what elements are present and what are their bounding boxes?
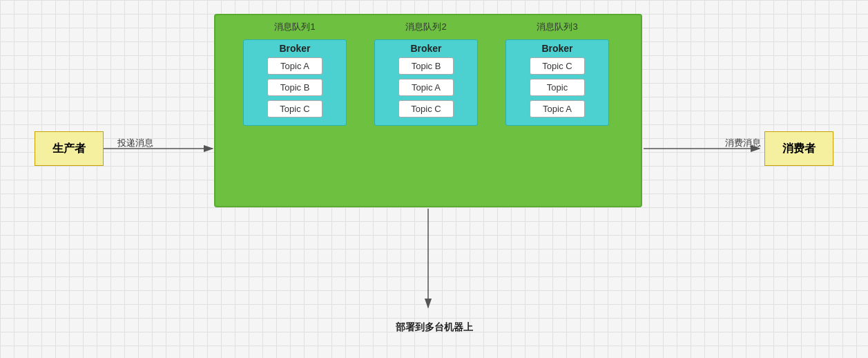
broker-box-1: Broker Topic A Topic B Topic C — [243, 39, 347, 126]
consumer-label: 消费者 — [782, 142, 816, 156]
consumer-box: 消费者 — [764, 131, 833, 166]
broker-box-3: Broker Topic C Topic Topic A — [505, 39, 609, 126]
diagram-container: 生产者 投递消息 消费者 消费消息 消息队列1 Broker Topic A T… — [0, 0, 868, 358]
topic-box-2-a: Topic A — [398, 79, 454, 96]
send-message-label: 投递消息 — [117, 137, 153, 149]
topic-box-3-c: Topic C — [530, 57, 585, 75]
broker-label-2: Broker — [410, 40, 441, 55]
deploy-label: 部署到多台机器上 — [396, 321, 473, 334]
topic-box-1-a: Topic A — [267, 57, 322, 75]
topic-box-2-b: Topic B — [398, 57, 454, 75]
topic-box-1-b: Topic B — [267, 79, 322, 96]
topic-box-2-c: Topic C — [398, 100, 454, 117]
queue-label-3: 消息队列3 — [499, 21, 616, 33]
topic-box-1-c: Topic C — [267, 100, 322, 117]
producer-label: 生产者 — [52, 142, 86, 156]
queue-label-2: 消息队列2 — [367, 21, 485, 33]
producer-box: 生产者 — [35, 131, 104, 166]
cluster-box: 消息队列1 Broker Topic A Topic B Topic C 消息队… — [214, 14, 642, 207]
broker-label-3: Broker — [541, 40, 572, 55]
topic-box-3-a: Topic A — [530, 100, 585, 117]
queue-label-1: 消息队列1 — [236, 21, 354, 33]
topic-box-3-mid: Topic — [530, 79, 585, 96]
consume-message-label: 消费消息 — [725, 137, 761, 149]
broker-box-2: Broker Topic B Topic A Topic C — [374, 39, 478, 126]
broker-label-1: Broker — [279, 40, 310, 55]
